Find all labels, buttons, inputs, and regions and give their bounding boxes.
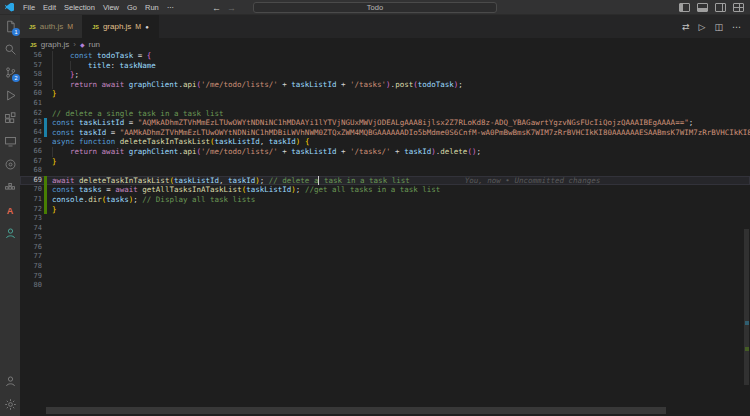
code-line-74[interactable]: 74 [20, 224, 750, 234]
tab-label: graph.js [103, 22, 131, 31]
menu-go[interactable]: Go [123, 3, 141, 12]
nav-forward-icon[interactable]: → [227, 3, 236, 13]
tab-auth.js[interactable]: JSauth.jsM [20, 15, 83, 38]
code-line-75[interactable]: 75 [20, 233, 750, 243]
line-number: 61 [20, 99, 42, 109]
code-line-64[interactable]: 64const taskId = "AAMkADhmZTVhMmEzLTUwOW… [20, 128, 750, 138]
explorer-badge: 1 [12, 28, 20, 36]
code-line-72[interactable]: 72} [20, 205, 750, 215]
toggle-primary-sidebar-icon[interactable] [679, 3, 690, 12]
activity-accounts[interactable] [0, 370, 20, 393]
code-lines: 56const todoTask = {57title: taskName58}… [20, 51, 750, 291]
activity-explorer[interactable]: 1 [0, 15, 20, 38]
menu-file[interactable]: File [19, 3, 39, 12]
split-editor-icon[interactable]: ◫ [714, 22, 723, 32]
code-line-79[interactable]: 79 [20, 272, 750, 282]
vscode-logo-icon [5, 3, 14, 12]
code-line-61[interactable]: 61 [20, 99, 750, 109]
line-number: 69 [20, 176, 42, 186]
code-line-68[interactable]: 68 [20, 166, 750, 176]
run-file-icon[interactable]: ▷ [699, 22, 706, 32]
code-line-57[interactable]: 57title: taskName [20, 61, 750, 71]
search-icon [4, 43, 17, 56]
menu-view[interactable]: View [99, 3, 123, 12]
line-number: 79 [20, 272, 42, 282]
accounts-icon [4, 375, 17, 388]
git-gutter-indicator [44, 61, 47, 71]
line-number: 67 [20, 157, 42, 167]
activity-run-debug[interactable] [0, 84, 20, 107]
breadcrumb-symbol[interactable]: run [89, 40, 101, 49]
code-line-67[interactable]: 67} [20, 157, 750, 167]
dirty-indicator[interactable]: ● [145, 24, 149, 30]
line-number: 68 [20, 166, 42, 176]
menu-selection[interactable]: Selection [60, 3, 99, 12]
activity-teams[interactable] [0, 222, 20, 245]
code-line-60[interactable]: 60} [20, 89, 750, 99]
code-line-56[interactable]: 56const todoTask = { [20, 51, 750, 61]
git-gutter-indicator [44, 224, 47, 234]
toggle-panel-icon[interactable] [697, 3, 708, 12]
code-line-77[interactable]: 77 [20, 252, 750, 262]
code-line-66[interactable]: 66return await graphClient.api('/me/todo… [20, 147, 750, 157]
git-gutter-indicator [44, 176, 47, 186]
customize-layout-icon[interactable] [733, 3, 744, 12]
code-line-69[interactable]: 69await deleteTaskInTaskList(taskListId,… [20, 176, 750, 186]
breadcrumb-file[interactable]: graph.js [41, 40, 69, 49]
code-line-76[interactable]: 76 [20, 243, 750, 253]
line-number: 77 [20, 252, 42, 262]
tab-bar-tabs: JSauth.jsMJSgraph.jsM● [20, 15, 159, 38]
code-line-65[interactable]: 65async function deleteTaskInTaskList(ta… [20, 137, 750, 147]
activity-extensions[interactable] [0, 107, 20, 130]
vertical-scrollbar[interactable] [743, 51, 750, 406]
code-line-73[interactable]: 73 [20, 214, 750, 224]
code-line-62[interactable]: 62// delete a single task in a task list [20, 109, 750, 119]
remote-explorer-icon [4, 135, 17, 148]
activity-azure[interactable]: A [0, 199, 20, 222]
activity-bar: 12A [0, 15, 20, 416]
line-number: 72 [20, 205, 42, 215]
menu-run[interactable]: Run [141, 3, 163, 12]
activity-source-control[interactable]: 2 [0, 61, 20, 84]
activity-settings[interactable] [0, 393, 20, 416]
code-line-59[interactable]: 59return await graphClient.api('/me/todo… [20, 80, 750, 90]
menu-[interactable]: ⋯ [163, 3, 179, 12]
line-number: 58 [20, 70, 42, 80]
source-control-badge: 2 [12, 74, 20, 82]
nav-back-icon[interactable]: ← [212, 3, 221, 13]
line-number: 60 [20, 89, 42, 99]
open-changes-icon[interactable]: ⇄ [682, 22, 690, 32]
horizontal-scrollbar[interactable] [46, 407, 750, 414]
js-file-icon: JS [30, 42, 37, 48]
tab-graph.js[interactable]: JSgraph.jsM● [83, 15, 159, 38]
toggle-secondary-sidebar-icon[interactable] [715, 3, 726, 12]
azure-icon: A [7, 206, 14, 216]
vscode-window: FileEditSelectionViewGoRun⋯ ←→ Todo 12A … [0, 0, 750, 416]
code-line-71[interactable]: 71console.dir(tasks); // Display all tas… [20, 195, 750, 205]
code-line-58[interactable]: 58}; [20, 70, 750, 80]
command-center[interactable]: Todo [253, 2, 497, 13]
git-gutter-indicator [44, 137, 47, 147]
git-gutter-indicator [44, 252, 47, 262]
line-number: 66 [20, 147, 42, 157]
activity-docker[interactable] [0, 176, 20, 199]
activity-search[interactable] [0, 38, 20, 61]
code-line-63[interactable]: 63const taskListId = "AQMkADhmZTVhMmEzLT… [20, 118, 750, 128]
code-line-80[interactable]: 80 [20, 281, 750, 291]
git-gutter-indicator [44, 272, 47, 282]
git-gutter-indicator [44, 214, 47, 224]
line-number: 76 [20, 243, 42, 253]
line-number: 78 [20, 262, 42, 272]
code-line-78[interactable]: 78 [20, 262, 750, 272]
git-modified-badge: M [67, 23, 73, 30]
editor-group: JSauth.jsMJSgraph.jsM● ⇄▷◫⋯ JS graph.js … [20, 15, 750, 416]
menu-edit[interactable]: Edit [39, 3, 60, 12]
code-line-70[interactable]: 70const tasks = await getAllTasksInATask… [20, 185, 750, 195]
js-file-icon: JS [92, 24, 99, 30]
activity-remote-explorer[interactable] [0, 130, 20, 153]
editor-actions: ⇄▷◫⋯ [682, 15, 750, 38]
line-number: 74 [20, 224, 42, 234]
activity-live-share[interactable] [0, 153, 20, 176]
more-actions-icon[interactable]: ⋯ [732, 22, 741, 32]
code-editor[interactable]: 56const todoTask = {57title: taskName58}… [20, 51, 750, 416]
